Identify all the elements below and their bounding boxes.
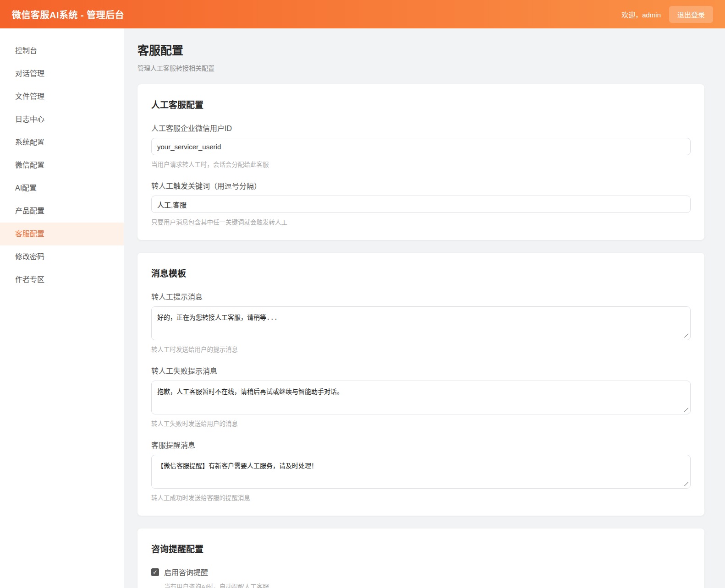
transfer-message-help: 转人工时发送给用户的提示消息 xyxy=(151,344,691,354)
logout-button[interactable]: 退出登录 xyxy=(669,6,713,23)
sidebar-item-author-zone[interactable]: 作者专区 xyxy=(0,268,124,291)
transfer-message-textarea-wrap: 好的，正在为您转接人工客服，请稍等... xyxy=(151,306,691,340)
header-right-group: 欢迎，admin 退出登录 xyxy=(621,6,713,23)
sidebar-item-logs[interactable]: 日志中心 xyxy=(0,108,124,131)
trigger-keywords-help: 只要用户消息包含其中任一关键词就会触发转人工 xyxy=(151,217,691,226)
transfer-message-label: 转人工提示消息 xyxy=(151,291,691,302)
sidebar-item-system-config[interactable]: 系统配置 xyxy=(0,131,124,154)
sidebar-item-product-config[interactable]: 产品配置 xyxy=(0,200,124,223)
servicer-userid-input[interactable] xyxy=(151,138,691,155)
app-title: 微信客服AI系统 - 管理后台 xyxy=(12,8,124,21)
sidebar-item-wechat-config[interactable]: 微信配置 xyxy=(0,154,124,177)
main-content: 客服配置 管理人工客服转接相关配置 人工客服配置 人工客服企业微信用户ID 当用… xyxy=(124,28,725,588)
servicer-userid-help: 当用户请求转人工时，会话会分配给此客服 xyxy=(151,159,691,169)
transfer-fail-message-help: 转人工失败时发送给用户的消息 xyxy=(151,419,691,428)
top-header-bar: 微信客服AI系统 - 管理后台 欢迎，admin 退出登录 xyxy=(0,0,725,28)
card-consult-reminder-config: 咨询提醒配置 启用咨询提醒 当有用户咨询AI时，自动提醒人工客服 xyxy=(137,528,704,588)
sidebar-item-conversations[interactable]: 对话管理 xyxy=(0,62,124,85)
enable-reminder-checkbox[interactable] xyxy=(151,568,159,576)
card-title-consult-reminder: 咨询提醒配置 xyxy=(151,542,691,555)
form-group-trigger-keywords: 转人工触发关键词（用逗号分隔） 只要用户消息包含其中任一关键词就会触发转人工 xyxy=(151,180,691,226)
transfer-fail-message-textarea-wrap: 抱歉，人工客服暂时不在线，请稍后再试或继续与智能助手对话。 xyxy=(151,381,691,414)
enable-reminder-row[interactable]: 启用咨询提醒 xyxy=(151,566,691,577)
transfer-fail-message-label: 转人工失败提示消息 xyxy=(151,365,691,376)
servicer-userid-label: 人工客服企业微信用户ID xyxy=(151,122,691,133)
page-subtitle: 管理人工客服转接相关配置 xyxy=(137,63,704,72)
card-service-config: 人工客服配置 人工客服企业微信用户ID 当用户请求转人工时，会话会分配给此客服 … xyxy=(137,84,704,240)
sidebar-item-service-config[interactable]: 客服配置 xyxy=(0,223,124,245)
trigger-keywords-input[interactable] xyxy=(151,196,691,213)
sidebar-item-change-password[interactable]: 修改密码 xyxy=(0,245,124,268)
form-group-servicer-userid: 人工客服企业微信用户ID 当用户请求转人工时，会话会分配给此客服 xyxy=(151,122,691,169)
transfer-message-textarea[interactable]: 好的，正在为您转接人工客服，请稍等... xyxy=(151,306,691,340)
card-title-message-templates: 消息模板 xyxy=(151,267,691,279)
servicer-notify-message-label: 客服提醒消息 xyxy=(151,439,691,450)
welcome-text: 欢迎，admin xyxy=(621,10,661,19)
sidebar-item-ai-config[interactable]: AI配置 xyxy=(0,177,124,200)
sidebar-nav: 控制台 对话管理 文件管理 日志中心 系统配置 微信配置 AI配置 产品配置 客… xyxy=(0,28,124,588)
page-title: 客服配置 xyxy=(137,41,704,58)
form-group-transfer-message: 转人工提示消息 好的，正在为您转接人工客服，请稍等... 转人工时发送给用户的提… xyxy=(151,291,691,354)
trigger-keywords-label: 转人工触发关键词（用逗号分隔） xyxy=(151,180,691,191)
card-title-service-config: 人工客服配置 xyxy=(151,98,691,110)
enable-reminder-help: 当有用户咨询AI时，自动提醒人工客服 xyxy=(164,582,691,588)
app-body: 控制台 对话管理 文件管理 日志中心 系统配置 微信配置 AI配置 产品配置 客… xyxy=(0,28,725,588)
transfer-fail-message-textarea[interactable]: 抱歉，人工客服暂时不在线，请稍后再试或继续与智能助手对话。 xyxy=(151,381,691,414)
sidebar-item-dashboard[interactable]: 控制台 xyxy=(0,39,124,62)
sidebar-item-files[interactable]: 文件管理 xyxy=(0,85,124,108)
card-message-templates: 消息模板 转人工提示消息 好的，正在为您转接人工客服，请稍等... 转人工时发送… xyxy=(137,253,704,516)
form-group-transfer-fail-message: 转人工失败提示消息 抱歉，人工客服暂时不在线，请稍后再试或继续与智能助手对话。 … xyxy=(151,365,691,428)
enable-reminder-label: 启用咨询提醒 xyxy=(164,566,208,577)
form-group-servicer-notify-message: 客服提醒消息 【微信客服提醒】有新客户需要人工服务，请及时处理！ 转人工成功时发… xyxy=(151,439,691,502)
servicer-notify-message-textarea[interactable]: 【微信客服提醒】有新客户需要人工服务，请及时处理！ xyxy=(151,455,691,489)
servicer-notify-message-textarea-wrap: 【微信客服提醒】有新客户需要人工服务，请及时处理！ xyxy=(151,455,691,489)
servicer-notify-message-help: 转人工成功时发送给客服的提醒消息 xyxy=(151,493,691,502)
